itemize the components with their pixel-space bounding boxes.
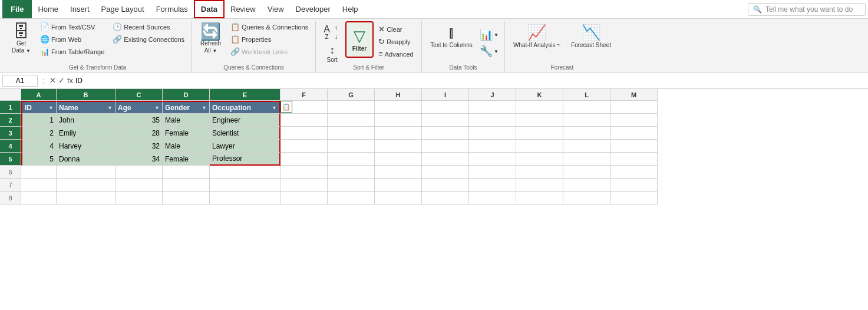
cell-j2[interactable] [469,114,516,127]
filter-arrow-d[interactable]: ▼ [202,105,207,111]
cell-l2[interactable] [563,114,610,127]
cell-j5[interactable] [469,153,516,166]
cell-k1[interactable] [516,101,563,114]
cell-i1[interactable] [422,101,469,114]
menu-formulas[interactable]: Formulas [150,0,194,18]
cell-d3[interactable]: Female [163,127,210,140]
col-header-e[interactable]: E [210,89,280,101]
col-header-b[interactable]: B [57,89,115,101]
col-header-i[interactable]: I [422,89,469,101]
cell-e3[interactable]: Scientist [210,127,280,140]
insert-function-icon[interactable]: fx [67,76,73,85]
cell-j6[interactable] [469,166,516,179]
cell-e1[interactable]: Occupation ▼ [210,101,280,114]
col-header-f[interactable]: F [280,89,328,101]
search-bar[interactable]: 🔍 Tell me what you want to do [748,3,866,16]
col-header-h[interactable]: H [375,89,422,101]
menu-help[interactable]: Help [336,0,364,18]
cell-a3[interactable]: 2 [21,127,57,140]
cell-c5[interactable]: 34 [115,153,163,166]
cell-c6[interactable] [115,166,163,179]
from-text-csv-button[interactable]: 📄 From Text/CSV [38,21,107,32]
cell-g1[interactable] [328,101,375,114]
col-header-a[interactable]: A [21,89,57,101]
cell-h7[interactable] [375,179,422,192]
cell-g5[interactable] [328,153,375,166]
cell-l8[interactable] [563,192,610,205]
cell-d1[interactable]: Gender ▼ [163,101,210,114]
menu-file[interactable]: File [2,0,32,18]
col-header-k[interactable]: K [516,89,563,101]
cell-f4[interactable] [280,140,328,153]
cell-j7[interactable] [469,179,516,192]
cell-d7[interactable] [163,179,210,192]
text-to-columns-button[interactable]: ⫿ Text to Columns [427,21,476,51]
col-header-m[interactable]: M [610,89,658,101]
cell-l7[interactable] [563,179,610,192]
cell-l6[interactable] [563,166,610,179]
cell-h8[interactable] [375,192,422,205]
filter-arrow-e[interactable]: ▼ [272,105,277,111]
cell-a7[interactable] [21,179,57,192]
filter-arrow-b[interactable]: ▼ [107,105,113,111]
cell-g6[interactable] [328,166,375,179]
confirm-formula-icon[interactable]: ✓ [58,76,65,85]
cell-a2[interactable]: 1 [21,114,57,127]
cell-f8[interactable] [280,192,328,205]
advanced-button[interactable]: ≡ Advanced [376,48,416,60]
queries-connections-button[interactable]: 📋 Queries & Connections [228,21,311,32]
menu-page-layout[interactable]: Page Layout [95,0,150,18]
clipboard-icon[interactable]: 📋 [280,101,292,113]
col-header-l[interactable]: L [563,89,610,101]
cell-e6[interactable] [210,166,280,179]
cell-b3[interactable]: Emily [57,127,115,140]
cell-k6[interactable] [516,166,563,179]
filter-arrow-a[interactable]: ▼ [48,105,54,111]
reapply-button[interactable]: ↻ Reapply [376,36,416,47]
cell-m1[interactable] [610,101,658,114]
cell-c7[interactable] [115,179,163,192]
col-header-j[interactable]: J [469,89,516,101]
cell-e8[interactable] [210,192,280,205]
workbook-links-button[interactable]: 🔗 Workbook Links [228,46,311,57]
cell-e2[interactable]: Engineer [210,114,280,127]
cell-h2[interactable] [375,114,422,127]
sort-za-button[interactable]: ↓ [334,32,339,41]
cell-e4[interactable]: Lawyer [210,140,280,153]
existing-connections-button[interactable]: 🔗 Existing Connections [110,34,187,45]
menu-home[interactable]: Home [32,0,64,18]
menu-data[interactable]: Data [194,0,225,18]
cell-i7[interactable] [422,179,469,192]
cell-h1[interactable] [375,101,422,114]
cell-j1[interactable] [469,101,516,114]
cell-m8[interactable] [610,192,658,205]
menu-view[interactable]: View [262,0,290,18]
cell-j4[interactable] [469,140,516,153]
cell-b7[interactable] [57,179,115,192]
data-tools-btn2[interactable]: 📊 ▼ [478,27,500,42]
cell-a8[interactable] [21,192,57,205]
cell-i8[interactable] [422,192,469,205]
cell-f3[interactable] [280,127,328,140]
cell-h5[interactable] [375,153,422,166]
cell-i2[interactable] [422,114,469,127]
menu-review[interactable]: Review [225,0,262,18]
cell-c8[interactable] [115,192,163,205]
data-tools-btn3[interactable]: 🔧 ▼ [478,44,500,59]
cell-k7[interactable] [516,179,563,192]
cell-g8[interactable] [328,192,375,205]
cell-b6[interactable] [57,166,115,179]
cell-a4[interactable]: 4 [21,140,57,153]
cell-i5[interactable] [422,153,469,166]
cell-f5[interactable] [280,153,328,166]
cell-k5[interactable] [516,153,563,166]
menu-developer[interactable]: Developer [290,0,336,18]
cell-l4[interactable] [563,140,610,153]
filter-button[interactable]: ▽ Filter [348,24,371,55]
cell-b1[interactable]: Name ▼ [57,101,115,114]
menu-insert[interactable]: Insert [64,0,95,18]
cell-g2[interactable] [328,114,375,127]
from-table-button[interactable]: 📊 From Table/Range [38,46,107,57]
forecast-sheet-button[interactable]: 📉 Forecast Sheet [567,21,615,51]
cell-m6[interactable] [610,166,658,179]
